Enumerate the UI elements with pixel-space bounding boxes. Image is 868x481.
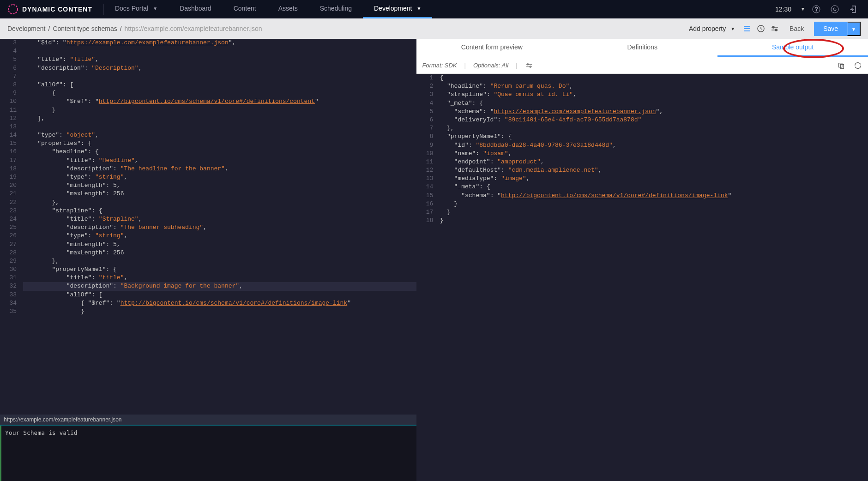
line-number: 20 [0, 181, 23, 190]
line-number: 14 [416, 183, 440, 191]
breadcrumb-development[interactable]: Development [7, 25, 46, 32]
code-line: 8 "propertyName1": { [416, 132, 868, 141]
svg-point-11 [772, 26, 774, 28]
help-icon[interactable]: ? [809, 2, 824, 17]
nav-assets[interactable]: Assets [267, 0, 309, 18]
line-number: 11 [416, 158, 440, 166]
optionals-label[interactable]: Optionals: All [473, 62, 508, 69]
code-line: 15 "properties": { [0, 139, 416, 148]
code-line: 3 "$id": "https://example.com/examplefea… [0, 39, 416, 47]
line-number: 35 [0, 307, 23, 316]
editor-tab[interactable]: https://example.com/examplefeaturebanner… [0, 415, 416, 426]
code-line: 9 "id": "8bddbda0-da28-4a40-9786-37e3a18… [416, 141, 868, 150]
save-dropdown-button[interactable]: ▼ [847, 22, 861, 36]
logout-icon[interactable] [846, 2, 861, 17]
code-line: 11 } [0, 106, 416, 114]
schema-editor[interactable]: 3 "$id": "https://example.com/examplefea… [0, 39, 416, 415]
line-number: 31 [0, 274, 23, 282]
code-content: "type": "object", [23, 131, 416, 139]
line-number: 24 [0, 215, 23, 223]
preview-panel: Content form preview Definitions Sample … [416, 39, 868, 481]
code-content: "title": "Headline", [23, 156, 416, 165]
nav-dashboard[interactable]: Dashboard [169, 0, 223, 18]
save-button[interactable]: Save [814, 22, 847, 36]
line-number: 7 [0, 72, 23, 81]
code-line: 2 "headline": "Rerum earum quas. Do", [416, 82, 868, 90]
refresh-icon[interactable] [853, 61, 862, 70]
logo-text: DYNAMIC CONTENT [22, 6, 92, 13]
code-content: "description": "Description", [23, 64, 416, 72]
sliders-icon[interactable] [770, 24, 779, 33]
code-content: "schema": "https://example.com/examplefe… [440, 108, 868, 116]
line-number: 28 [0, 249, 23, 257]
code-line: 16 } [416, 200, 868, 208]
code-content: "propertyName1": { [23, 265, 416, 274]
chevron-down-icon: ▼ [417, 6, 422, 11]
copy-icon[interactable] [837, 61, 846, 70]
line-number: 1 [416, 74, 440, 82]
code-line: 7 }, [416, 124, 868, 132]
code-content: "maxLength": 256 [23, 190, 416, 198]
svg-point-12 [775, 29, 777, 31]
code-content: "minLength": 5, [23, 240, 416, 249]
line-number: 17 [416, 208, 440, 216]
code-content: { "$ref": "http://bigcontent.io/cms/sche… [23, 299, 416, 307]
breadcrumb-schemas[interactable]: Content type schemas [53, 25, 117, 32]
output-editor[interactable]: 1{2 "headline": "Rerum earum quas. Do",3… [416, 74, 868, 481]
line-number: 21 [0, 190, 23, 198]
history-icon[interactable] [756, 24, 766, 33]
line-number: 27 [0, 240, 23, 249]
line-number: 32 [0, 282, 23, 290]
code-line: 17 } [416, 208, 868, 216]
code-line: 12 ], [0, 114, 416, 123]
line-number: 16 [0, 148, 23, 156]
nav-docs-portal[interactable]: Docs Portal ▼ [104, 0, 169, 18]
code-content: "strapline": { [23, 207, 416, 215]
code-line: 12 "defaultHost": "cdn.media.amplience.n… [416, 166, 868, 174]
code-line: 15 "schema": "http://bigcontent.io/cms/s… [416, 192, 868, 200]
format-label[interactable]: Format: SDK [422, 62, 457, 69]
code-line: 23 "strapline": { [0, 207, 416, 215]
code-content: "_meta": { [440, 99, 868, 108]
line-number: 14 [0, 131, 23, 139]
svg-point-3 [833, 8, 836, 11]
gear-icon[interactable] [827, 2, 842, 17]
line-number: 18 [0, 165, 23, 173]
line-number: 6 [416, 116, 440, 124]
line-number: 18 [416, 216, 440, 225]
code-line: 4 "_meta": { [416, 99, 868, 108]
line-number: 8 [416, 132, 440, 141]
code-content: { [440, 74, 868, 82]
back-button[interactable]: Back [784, 25, 809, 32]
code-line: 5 "schema": "https://example.com/example… [416, 108, 868, 116]
brand-logo: DYNAMIC CONTENT [7, 4, 104, 15]
line-number: 10 [0, 97, 23, 106]
line-number: 19 [0, 173, 23, 181]
code-content: "description": "The banner subheading", [23, 223, 416, 232]
tab-definitions[interactable]: Definitions [567, 39, 717, 57]
nav-scheduling[interactable]: Scheduling [309, 0, 363, 18]
code-content: "properties": { [23, 139, 416, 148]
code-line: 14 "type": "object", [0, 131, 416, 139]
code-line: 11 "endpoint": "ampproduct", [416, 158, 868, 166]
svg-point-0 [8, 5, 18, 14]
code-line: 3 "strapline": "Quae omnis at id. Li", [416, 90, 868, 99]
code-content: }, [23, 257, 416, 265]
tab-content-form-preview[interactable]: Content form preview [416, 39, 567, 57]
code-line: 34 { "$ref": "http://bigcontent.io/cms/s… [0, 299, 416, 307]
code-line: 31 "title": "title", [0, 274, 416, 282]
nav-development[interactable]: Development ▼ [363, 0, 432, 18]
line-number: 8 [0, 81, 23, 89]
code-content: } [23, 307, 416, 316]
sliders-icon[interactable] [524, 61, 534, 70]
line-number: 7 [416, 124, 440, 132]
svg-text:?: ? [815, 6, 818, 12]
list-icon[interactable] [742, 24, 752, 33]
code-line: 17 "title": "Headline", [0, 156, 416, 165]
nav-content[interactable]: Content [223, 0, 267, 18]
chevron-down-icon[interactable]: ▼ [801, 6, 805, 12]
code-line: 13 [0, 123, 416, 131]
add-property-dropdown[interactable]: Add property ▼ [686, 25, 738, 32]
line-number: 26 [0, 232, 23, 240]
code-line: 24 "title": "Strapline", [0, 215, 416, 223]
